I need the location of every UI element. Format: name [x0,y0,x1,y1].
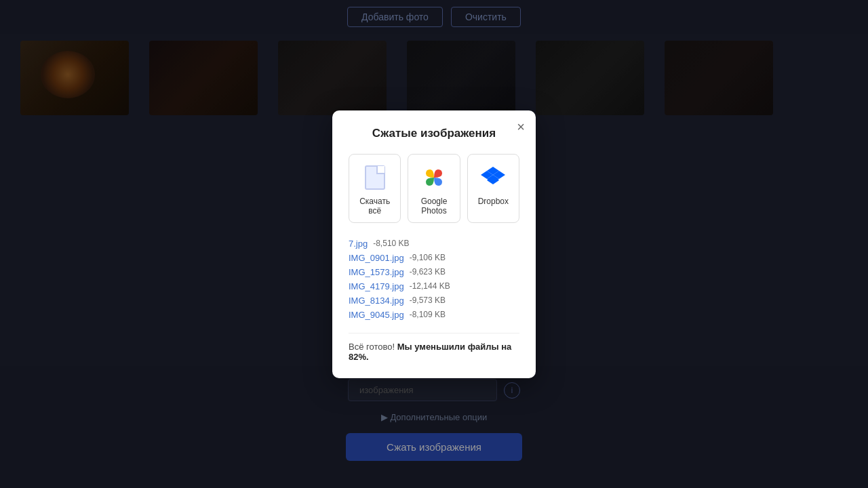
file-link[interactable]: 7.jpg [349,239,368,249]
file-list: 7.jpg-8,510 KBIMG_0901.jpg-9,106 KBIMG_1… [349,237,519,322]
file-item: 7.jpg-8,510 KB [349,237,519,251]
file-item: IMG_1573.jpg-9,623 KB [349,265,519,279]
file-size: -9,106 KB [410,253,446,262]
modal-dialog: × Сжатые изображения Скачатьвсё [332,110,536,378]
file-item: IMG_0901.jpg-9,106 KB [349,251,519,265]
export-google-photos[interactable]: Google Photos [408,154,460,223]
file-size: -8,109 KB [410,310,446,319]
file-size: -8,510 KB [373,239,409,248]
export-download[interactable]: Скачатьвсё [349,154,401,223]
google-photos-icon [420,164,448,191]
download-label: Скачатьвсё [359,197,390,216]
download-icon [361,164,389,191]
file-size: -9,573 KB [410,296,446,305]
file-link[interactable]: IMG_8134.jpg [349,296,404,306]
file-item: IMG_9045.jpg-8,109 KB [349,308,519,322]
file-link[interactable]: IMG_0901.jpg [349,253,404,263]
modal-backdrop: × Сжатые изображения Скачатьвсё [0,0,868,488]
file-link[interactable]: IMG_4179.jpg [349,281,404,291]
modal-summary: Всё готово! Мы уменьшили файлы на 82%. [349,333,519,362]
summary-prefix: Всё готово! [349,342,397,352]
google-photos-label: Google Photos [414,197,454,216]
file-item: IMG_4179.jpg-12,144 KB [349,279,519,293]
file-shape [365,165,385,190]
export-options: Скачатьвсё Go [349,154,519,223]
dropbox-icon [479,164,507,191]
dropbox-label: Dropbox [478,197,509,206]
modal-close-button[interactable]: × [517,120,525,134]
file-size: -9,623 KB [410,267,446,277]
file-link[interactable]: IMG_9045.jpg [349,310,404,320]
file-size: -12,144 KB [410,281,450,291]
file-link[interactable]: IMG_1573.jpg [349,267,404,277]
export-dropbox[interactable]: Dropbox [467,154,519,223]
modal-title: Сжатые изображения [349,127,519,140]
file-item: IMG_8134.jpg-9,573 KB [349,293,519,308]
